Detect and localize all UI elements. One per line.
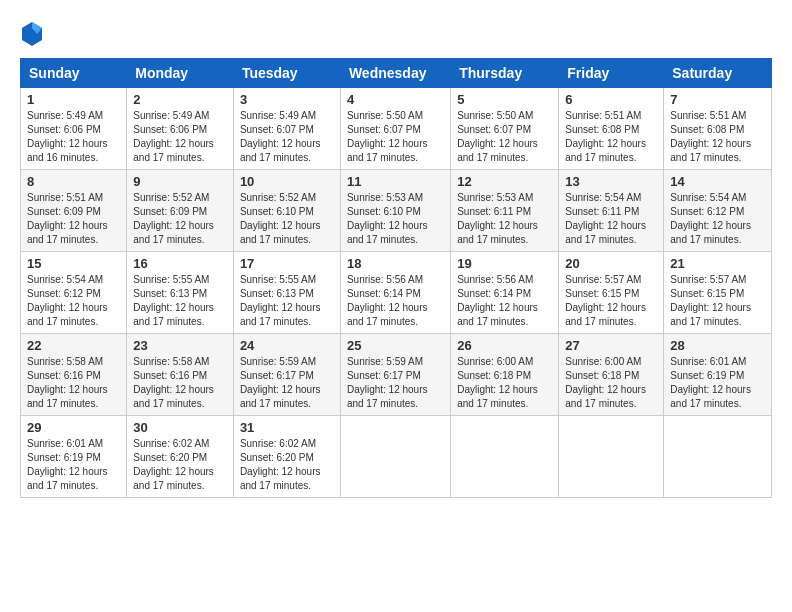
calendar-cell xyxy=(559,416,664,498)
calendar-cell: 10Sunrise: 5:52 AMSunset: 6:10 PMDayligh… xyxy=(233,170,340,252)
cell-info: Sunrise: 5:58 AMSunset: 6:16 PMDaylight:… xyxy=(133,356,214,409)
calendar-cell: 13Sunrise: 5:54 AMSunset: 6:11 PMDayligh… xyxy=(559,170,664,252)
calendar-cell: 16Sunrise: 5:55 AMSunset: 6:13 PMDayligh… xyxy=(127,252,234,334)
day-number: 8 xyxy=(27,174,120,189)
calendar-cell: 22Sunrise: 5:58 AMSunset: 6:16 PMDayligh… xyxy=(21,334,127,416)
day-number: 22 xyxy=(27,338,120,353)
day-number: 9 xyxy=(133,174,227,189)
cell-info: Sunrise: 6:00 AMSunset: 6:18 PMDaylight:… xyxy=(565,356,646,409)
cell-info: Sunrise: 5:57 AMSunset: 6:15 PMDaylight:… xyxy=(670,274,751,327)
day-number: 26 xyxy=(457,338,552,353)
calendar-header-thursday: Thursday xyxy=(451,59,559,88)
calendar-cell: 9Sunrise: 5:52 AMSunset: 6:09 PMDaylight… xyxy=(127,170,234,252)
calendar-body: 1Sunrise: 5:49 AMSunset: 6:06 PMDaylight… xyxy=(21,88,772,498)
calendar-cell: 17Sunrise: 5:55 AMSunset: 6:13 PMDayligh… xyxy=(233,252,340,334)
calendar-cell: 14Sunrise: 5:54 AMSunset: 6:12 PMDayligh… xyxy=(664,170,772,252)
cell-info: Sunrise: 5:50 AMSunset: 6:07 PMDaylight:… xyxy=(347,110,428,163)
day-number: 19 xyxy=(457,256,552,271)
cell-info: Sunrise: 5:51 AMSunset: 6:08 PMDaylight:… xyxy=(565,110,646,163)
calendar-cell: 23Sunrise: 5:58 AMSunset: 6:16 PMDayligh… xyxy=(127,334,234,416)
day-number: 10 xyxy=(240,174,334,189)
calendar-week-row: 8Sunrise: 5:51 AMSunset: 6:09 PMDaylight… xyxy=(21,170,772,252)
cell-info: Sunrise: 5:54 AMSunset: 6:12 PMDaylight:… xyxy=(27,274,108,327)
calendar-header-saturday: Saturday xyxy=(664,59,772,88)
cell-info: Sunrise: 5:53 AMSunset: 6:11 PMDaylight:… xyxy=(457,192,538,245)
day-number: 3 xyxy=(240,92,334,107)
calendar-cell: 15Sunrise: 5:54 AMSunset: 6:12 PMDayligh… xyxy=(21,252,127,334)
calendar-cell: 31Sunrise: 6:02 AMSunset: 6:20 PMDayligh… xyxy=(233,416,340,498)
day-number: 12 xyxy=(457,174,552,189)
calendar-header-sunday: Sunday xyxy=(21,59,127,88)
cell-info: Sunrise: 5:53 AMSunset: 6:10 PMDaylight:… xyxy=(347,192,428,245)
cell-info: Sunrise: 5:50 AMSunset: 6:07 PMDaylight:… xyxy=(457,110,538,163)
calendar-cell: 28Sunrise: 6:01 AMSunset: 6:19 PMDayligh… xyxy=(664,334,772,416)
cell-info: Sunrise: 5:52 AMSunset: 6:10 PMDaylight:… xyxy=(240,192,321,245)
day-number: 13 xyxy=(565,174,657,189)
day-number: 1 xyxy=(27,92,120,107)
cell-info: Sunrise: 5:58 AMSunset: 6:16 PMDaylight:… xyxy=(27,356,108,409)
day-number: 6 xyxy=(565,92,657,107)
cell-info: Sunrise: 5:52 AMSunset: 6:09 PMDaylight:… xyxy=(133,192,214,245)
calendar-cell: 19Sunrise: 5:56 AMSunset: 6:14 PMDayligh… xyxy=(451,252,559,334)
day-number: 24 xyxy=(240,338,334,353)
calendar-cell: 21Sunrise: 5:57 AMSunset: 6:15 PMDayligh… xyxy=(664,252,772,334)
cell-info: Sunrise: 5:59 AMSunset: 6:17 PMDaylight:… xyxy=(240,356,321,409)
cell-info: Sunrise: 5:56 AMSunset: 6:14 PMDaylight:… xyxy=(347,274,428,327)
day-number: 21 xyxy=(670,256,765,271)
cell-info: Sunrise: 5:55 AMSunset: 6:13 PMDaylight:… xyxy=(240,274,321,327)
calendar-week-row: 1Sunrise: 5:49 AMSunset: 6:06 PMDaylight… xyxy=(21,88,772,170)
cell-info: Sunrise: 5:54 AMSunset: 6:12 PMDaylight:… xyxy=(670,192,751,245)
cell-info: Sunrise: 6:00 AMSunset: 6:18 PMDaylight:… xyxy=(457,356,538,409)
day-number: 29 xyxy=(27,420,120,435)
cell-info: Sunrise: 5:49 AMSunset: 6:06 PMDaylight:… xyxy=(133,110,214,163)
calendar-cell xyxy=(664,416,772,498)
calendar-cell: 8Sunrise: 5:51 AMSunset: 6:09 PMDaylight… xyxy=(21,170,127,252)
cell-info: Sunrise: 5:57 AMSunset: 6:15 PMDaylight:… xyxy=(565,274,646,327)
cell-info: Sunrise: 6:01 AMSunset: 6:19 PMDaylight:… xyxy=(27,438,108,491)
calendar-cell: 26Sunrise: 6:00 AMSunset: 6:18 PMDayligh… xyxy=(451,334,559,416)
day-number: 28 xyxy=(670,338,765,353)
calendar-cell: 6Sunrise: 5:51 AMSunset: 6:08 PMDaylight… xyxy=(559,88,664,170)
calendar-week-row: 29Sunrise: 6:01 AMSunset: 6:19 PMDayligh… xyxy=(21,416,772,498)
logo-icon xyxy=(20,20,44,48)
calendar-cell: 4Sunrise: 5:50 AMSunset: 6:07 PMDaylight… xyxy=(340,88,450,170)
calendar-cell: 1Sunrise: 5:49 AMSunset: 6:06 PMDaylight… xyxy=(21,88,127,170)
day-number: 31 xyxy=(240,420,334,435)
calendar-cell: 24Sunrise: 5:59 AMSunset: 6:17 PMDayligh… xyxy=(233,334,340,416)
calendar-week-row: 15Sunrise: 5:54 AMSunset: 6:12 PMDayligh… xyxy=(21,252,772,334)
calendar-cell: 2Sunrise: 5:49 AMSunset: 6:06 PMDaylight… xyxy=(127,88,234,170)
calendar-week-row: 22Sunrise: 5:58 AMSunset: 6:16 PMDayligh… xyxy=(21,334,772,416)
calendar-header-tuesday: Tuesday xyxy=(233,59,340,88)
cell-info: Sunrise: 6:01 AMSunset: 6:19 PMDaylight:… xyxy=(670,356,751,409)
calendar-header-monday: Monday xyxy=(127,59,234,88)
day-number: 17 xyxy=(240,256,334,271)
day-number: 27 xyxy=(565,338,657,353)
cell-info: Sunrise: 5:56 AMSunset: 6:14 PMDaylight:… xyxy=(457,274,538,327)
calendar-cell: 5Sunrise: 5:50 AMSunset: 6:07 PMDaylight… xyxy=(451,88,559,170)
logo xyxy=(20,20,48,48)
cell-info: Sunrise: 5:49 AMSunset: 6:06 PMDaylight:… xyxy=(27,110,108,163)
cell-info: Sunrise: 5:54 AMSunset: 6:11 PMDaylight:… xyxy=(565,192,646,245)
cell-info: Sunrise: 5:55 AMSunset: 6:13 PMDaylight:… xyxy=(133,274,214,327)
day-number: 16 xyxy=(133,256,227,271)
page-header xyxy=(20,20,772,48)
cell-info: Sunrise: 5:59 AMSunset: 6:17 PMDaylight:… xyxy=(347,356,428,409)
day-number: 7 xyxy=(670,92,765,107)
calendar-cell: 25Sunrise: 5:59 AMSunset: 6:17 PMDayligh… xyxy=(340,334,450,416)
cell-info: Sunrise: 6:02 AMSunset: 6:20 PMDaylight:… xyxy=(240,438,321,491)
cell-info: Sunrise: 5:51 AMSunset: 6:09 PMDaylight:… xyxy=(27,192,108,245)
cell-info: Sunrise: 6:02 AMSunset: 6:20 PMDaylight:… xyxy=(133,438,214,491)
calendar-header-friday: Friday xyxy=(559,59,664,88)
cell-info: Sunrise: 5:49 AMSunset: 6:07 PMDaylight:… xyxy=(240,110,321,163)
day-number: 15 xyxy=(27,256,120,271)
calendar-cell: 20Sunrise: 5:57 AMSunset: 6:15 PMDayligh… xyxy=(559,252,664,334)
cell-info: Sunrise: 5:51 AMSunset: 6:08 PMDaylight:… xyxy=(670,110,751,163)
day-number: 30 xyxy=(133,420,227,435)
day-number: 18 xyxy=(347,256,444,271)
calendar-cell xyxy=(451,416,559,498)
day-number: 14 xyxy=(670,174,765,189)
calendar-cell: 27Sunrise: 6:00 AMSunset: 6:18 PMDayligh… xyxy=(559,334,664,416)
day-number: 5 xyxy=(457,92,552,107)
calendar-header-row: SundayMondayTuesdayWednesdayThursdayFrid… xyxy=(21,59,772,88)
calendar-header-wednesday: Wednesday xyxy=(340,59,450,88)
